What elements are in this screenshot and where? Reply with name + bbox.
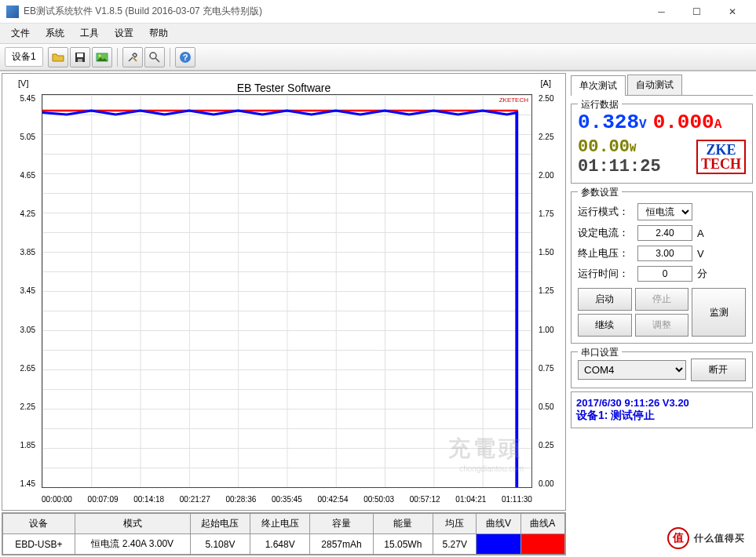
menu-tools[interactable]: 工具	[72, 24, 107, 43]
current-unit: A	[697, 228, 713, 239]
y-ticks-left: 5.455.054.654.253.853.453.052.652.251.85…	[7, 94, 38, 488]
menu-help[interactable]: 帮助	[141, 24, 176, 43]
status-message: 设备1: 测试停止	[576, 409, 747, 423]
svg-point-4	[98, 54, 100, 56]
svg-rect-2	[78, 59, 82, 62]
minimize-button[interactable]: ─	[644, 1, 679, 23]
readout-voltage: 0.328V	[578, 111, 647, 134]
table-header: 曲线V	[477, 514, 520, 534]
cell-device: EBD-USB+	[3, 534, 75, 555]
svg-line-6	[155, 58, 159, 62]
stop-button[interactable]: 停止	[635, 288, 689, 311]
menu-system[interactable]: 系统	[38, 24, 72, 43]
device-label[interactable]: 设备1	[5, 47, 43, 67]
mode-label: 运行模式：	[578, 205, 633, 219]
smzdm-text: 什么值得买	[694, 532, 745, 545]
menu-settings[interactable]: 设置	[107, 24, 141, 43]
mode-select[interactable]: 恒电流	[637, 203, 692, 220]
cell-avg-v: 5.27V	[433, 534, 477, 555]
stop-v-input[interactable]	[637, 246, 692, 261]
continue-button[interactable]: 继续	[578, 314, 632, 337]
monitor-button[interactable]: 监测	[692, 288, 746, 337]
stop-v-unit: V	[697, 248, 713, 260]
cell-energy: 15.05Wh	[373, 534, 433, 555]
current-line	[42, 111, 517, 487]
search-icon[interactable]	[144, 47, 165, 67]
maximize-button[interactable]: ☐	[679, 1, 714, 23]
status-timestamp: 2017/6/30 9:11:26 V3.20	[576, 397, 747, 409]
table-header: 模式	[75, 514, 190, 534]
adjust-button[interactable]: 调整	[635, 314, 689, 337]
window-title: EB测试系统软件 V1.8.5 (Build 2016-03-07 充电头特别版…	[24, 5, 644, 18]
current-label: 设定电流：	[578, 226, 633, 240]
smzdm-badge: 值 什么值得买	[661, 524, 751, 552]
curve-a-swatch	[520, 534, 564, 555]
tools-icon[interactable]	[122, 47, 143, 67]
run-data-title: 运行数据	[578, 98, 622, 111]
current-input[interactable]	[637, 225, 692, 241]
svg-text:?: ?	[182, 53, 188, 62]
svg-rect-1	[77, 53, 83, 57]
status-box: 2017/6/30 9:11:26 V3.20 设备1: 测试停止	[571, 391, 753, 428]
readout-power: 00.00W	[578, 137, 690, 157]
com-port-select[interactable]: COM4	[578, 360, 686, 380]
open-icon[interactable]	[48, 47, 68, 67]
tab-auto-test[interactable]: 自动测试	[627, 75, 682, 95]
watermark-url: chongdiantou.com	[459, 464, 524, 473]
serial-group: 串口设置 COM4 断开	[571, 351, 753, 388]
cell-mode: 恒电流 2.40A 3.00V	[75, 534, 190, 555]
y-ticks-right: 2.502.252.001.751.501.251.000.750.500.25…	[535, 94, 561, 488]
table-header: 设备	[3, 514, 75, 534]
start-button[interactable]: 启动	[578, 288, 632, 311]
params-title: 参数设置	[578, 186, 622, 199]
svg-point-5	[150, 53, 156, 59]
save-icon[interactable]	[70, 47, 90, 67]
help-icon[interactable]: ?	[175, 47, 195, 67]
params-group: 参数设置 运行模式： 恒电流 设定电流： A 终止电压： V 运行时间： 分	[571, 191, 753, 344]
voltage-line	[42, 111, 517, 487]
y-axis-right-label: [A]	[541, 78, 551, 88]
toolbar: 设备1 ?	[0, 44, 756, 71]
table-header: 能量	[373, 514, 433, 534]
chart-area: EB Tester Software [V] [A] 5.455.054.654…	[2, 73, 566, 511]
x-ticks: 00:00:0000:07:0900:14:1800:21:2700:28:36…	[42, 495, 532, 504]
close-button[interactable]: ✕	[714, 1, 750, 23]
readout-time: 01:11:25	[578, 157, 690, 177]
menu-file[interactable]: 文件	[3, 24, 38, 43]
cell-end-v: 1.648V	[250, 534, 310, 555]
disconnect-button[interactable]: 断开	[691, 359, 746, 381]
time-unit: 分	[697, 267, 713, 281]
curve-v-swatch	[477, 534, 520, 555]
right-panel: 单次测试 自动测试 运行数据 0.328V 0.000A 00.00W 01:1…	[568, 71, 756, 557]
y-axis-left-label: [V]	[18, 78, 28, 88]
table-header: 容量	[310, 514, 373, 534]
table-header: 终止电压	[250, 514, 310, 534]
time-input[interactable]	[637, 266, 692, 282]
serial-title: 串口设置	[578, 346, 622, 359]
tab-single-test[interactable]: 单次测试	[571, 75, 626, 96]
chart-title: EB Tester Software	[237, 82, 331, 94]
cell-capacity: 2857mAh	[310, 534, 373, 555]
table-row: EBD-USB+ 恒电流 2.40A 3.00V 5.108V 1.648V 2…	[3, 534, 565, 555]
smzdm-icon: 值	[667, 527, 689, 549]
table-header: 均压	[433, 514, 477, 534]
chart-plot[interactable]: ZKETECH 充電頭 chongdiantou.com	[42, 94, 532, 488]
run-data-group: 运行数据 0.328V 0.000A 00.00W 01:11:25 ZKE T…	[571, 104, 753, 184]
zketech-logo: ZKE TECH	[696, 140, 746, 174]
readout-current: 0.000A	[653, 111, 722, 134]
image-icon[interactable]	[92, 47, 112, 67]
data-table: 设备模式起始电压终止电压容量能量均压曲线V曲线A EBD-USB+ 恒电流 2.…	[2, 512, 566, 555]
time-label: 运行时间：	[578, 267, 633, 281]
table-header: 起始电压	[190, 514, 250, 534]
app-icon	[6, 5, 19, 18]
table-header: 曲线A	[520, 514, 564, 534]
stop-v-label: 终止电压：	[578, 246, 633, 260]
titlebar: EB测试系统软件 V1.8.5 (Build 2016-03-07 充电头特别版…	[0, 0, 756, 24]
menubar: 文件 系统 工具 设置 帮助	[0, 24, 756, 44]
cell-start-v: 5.108V	[190, 534, 250, 555]
